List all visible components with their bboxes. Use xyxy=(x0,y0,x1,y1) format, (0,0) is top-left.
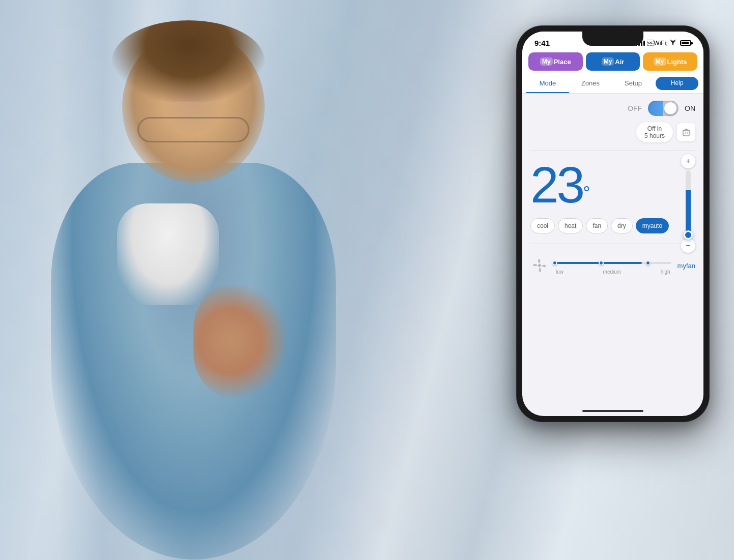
phone-mockup: 9:41 WiFi; xyxy=(516,25,710,422)
timer-row: Off in 5 hours xyxy=(530,122,695,142)
delete-timer-button[interactable] xyxy=(677,123,695,141)
fan-dot-low xyxy=(552,260,557,266)
timer-pill[interactable]: Off in 5 hours xyxy=(636,122,673,142)
fan-dot-high xyxy=(645,260,651,266)
signal-bar-4 xyxy=(643,41,645,46)
timer-label-line2: 5 hours xyxy=(644,132,665,139)
fan-label-medium: medium xyxy=(603,269,622,275)
myplace-my: My xyxy=(540,57,553,66)
svg-point-0 xyxy=(672,44,673,45)
home-indicator xyxy=(582,410,643,412)
power-row: OFF ON xyxy=(530,101,695,116)
temp-slider-thumb xyxy=(684,230,693,240)
main-scroll-area: OFF ON Off in 5 hours xyxy=(522,94,703,416)
fan-labels: low medium high xyxy=(555,269,671,275)
svg-point-4 xyxy=(538,264,541,267)
wifi-svg xyxy=(669,40,676,45)
tab-mylights[interactable]: My Lights xyxy=(643,52,697,71)
mylights-my: My xyxy=(654,57,666,66)
temp-slider-track[interactable] xyxy=(686,170,691,237)
tab-myplace[interactable]: My Place xyxy=(528,52,583,71)
nav-tab-setup[interactable]: Setup xyxy=(612,74,655,93)
mylights-name: Lights xyxy=(667,58,687,66)
fan-icon xyxy=(530,256,549,275)
mode-cool-button[interactable]: cool xyxy=(530,218,555,233)
trash-icon xyxy=(683,128,690,136)
myplace-name: Place xyxy=(554,58,571,66)
fan-mode-label[interactable]: myfan xyxy=(677,262,695,270)
svg-rect-1 xyxy=(683,130,689,136)
fan-label-low: low xyxy=(556,269,563,275)
section-divider xyxy=(530,151,695,151)
mode-fan-button[interactable]: fan xyxy=(586,218,608,233)
temperature-display: 23° xyxy=(530,159,695,210)
fan-svg-icon xyxy=(532,258,547,273)
off-label: OFF xyxy=(628,104,642,112)
phone-notch xyxy=(582,32,643,46)
battery-icon xyxy=(680,40,691,46)
section-divider-2 xyxy=(530,244,695,244)
timer-label-line1: Off in xyxy=(647,125,662,132)
myair-my: My xyxy=(602,57,614,66)
tab-myair[interactable]: My Air xyxy=(586,52,640,71)
fan-slider-track xyxy=(555,262,671,264)
wifi-icon: WiFi; xyxy=(647,40,676,47)
myair-name: Air xyxy=(615,58,624,66)
mode-dry-button[interactable]: dry xyxy=(611,218,633,233)
status-icons: WiFi; xyxy=(636,40,691,47)
nav-tabs: Mode Zones Setup Help xyxy=(522,74,703,94)
temperature-value: 23 xyxy=(530,156,583,213)
nav-tab-help[interactable]: Help xyxy=(656,77,698,90)
phone-screen: 9:41 WiFi; xyxy=(522,32,703,416)
fan-dot-medium xyxy=(599,260,604,266)
temp-decrease-button[interactable]: − xyxy=(681,239,695,253)
temperature-slider: + − xyxy=(681,154,695,253)
app-tabs: My Place My Air My Lights xyxy=(522,49,703,74)
phone-frame: 9:41 WiFi; xyxy=(516,25,710,422)
temperature-degree: ° xyxy=(583,183,590,203)
temperature-section: 23° + − xyxy=(530,159,695,210)
toggle-thumb xyxy=(664,102,676,114)
battery-fill xyxy=(682,42,689,44)
nav-tab-mode[interactable]: Mode xyxy=(526,74,569,93)
mode-myauto-button[interactable]: myauto xyxy=(636,218,669,233)
mode-buttons: cool heat fan dry myauto xyxy=(530,218,695,233)
nav-tab-zones[interactable]: Zones xyxy=(569,74,612,93)
fan-section: low medium high myfan xyxy=(530,252,695,279)
on-label: ON xyxy=(685,104,695,112)
mode-heat-button[interactable]: heat xyxy=(558,218,583,233)
temp-increase-button[interactable]: + xyxy=(681,154,695,168)
status-time: 9:41 xyxy=(534,39,550,47)
power-toggle[interactable] xyxy=(648,101,679,116)
fan-label-high: high xyxy=(661,269,670,275)
fan-speed-slider[interactable]: low medium high xyxy=(555,257,671,275)
